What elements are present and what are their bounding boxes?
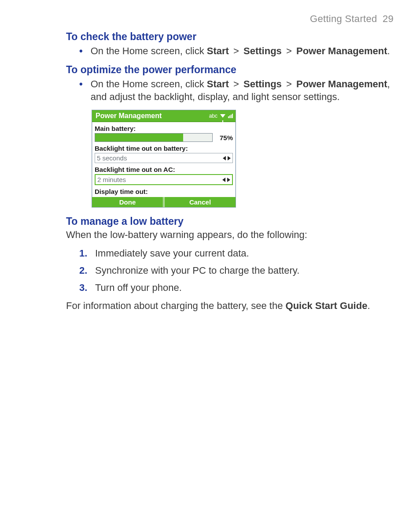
backlight-battery-value: 5 seconds bbox=[97, 154, 127, 162]
bullet-icon: • bbox=[79, 78, 83, 104]
quick-start-guide-ref: Quick Start Guide bbox=[286, 300, 368, 311]
battery-bar-row: 75% bbox=[95, 133, 233, 142]
manage-outro: For information about charging the batte… bbox=[66, 299, 394, 312]
signal-icon bbox=[228, 114, 233, 118]
step-number: 2. bbox=[79, 263, 92, 278]
backlight-ac-label: Backlight time out on AC: bbox=[95, 166, 233, 173]
list-item: 3. Turn off your phone. bbox=[79, 280, 394, 295]
arrow-left-icon[interactable] bbox=[222, 178, 225, 182]
running-header: Getting Started 29 bbox=[66, 13, 394, 25]
bullet-text: On the Home screen, click Start > Settin… bbox=[91, 78, 394, 104]
display-timeout-label: Display time out: bbox=[95, 188, 233, 195]
heading-manage-low-battery: To manage a low battery bbox=[66, 216, 394, 227]
section-name: Getting Started bbox=[310, 13, 377, 24]
page: Getting Started 29 To check the battery … bbox=[0, 0, 420, 517]
backlight-battery-label: Backlight time out on battery: bbox=[95, 145, 233, 152]
bullet-optimize-power: • On the Home screen, click Start > Sett… bbox=[79, 78, 394, 104]
page-number: 29 bbox=[383, 13, 394, 24]
left-right-arrows[interactable] bbox=[222, 178, 230, 182]
bullet-text: On the Home screen, click Start > Settin… bbox=[91, 45, 390, 58]
bullet-check-battery: • On the Home screen, click Start > Sett… bbox=[79, 45, 394, 58]
arrow-left-icon[interactable] bbox=[223, 156, 226, 160]
left-right-arrows[interactable] bbox=[223, 156, 231, 160]
step-text: Synchronize with your PC to charge the b… bbox=[95, 263, 299, 278]
main-battery-label: Main battery: bbox=[95, 125, 233, 132]
input-mode-indicator: abc bbox=[209, 113, 217, 119]
filter-icon bbox=[220, 114, 225, 118]
arrow-right-icon[interactable] bbox=[228, 156, 231, 160]
backlight-ac-value: 2 minutes bbox=[97, 176, 126, 183]
menu-start: Start bbox=[207, 45, 229, 56]
heading-optimize-power: To optimize the power performance bbox=[66, 64, 394, 76]
step-number: 1. bbox=[79, 246, 92, 260]
softkey-done[interactable]: Done bbox=[92, 197, 163, 207]
softkey-cancel[interactable]: Cancel bbox=[165, 197, 236, 207]
manage-steps-list: 1. Immediately save your current data. 2… bbox=[79, 246, 394, 295]
menu-power-management: Power Management bbox=[296, 78, 387, 89]
battery-percent: 75% bbox=[215, 134, 233, 141]
list-item: 2. Synchronize with your PC to charge th… bbox=[79, 263, 394, 278]
step-text: Turn off your phone. bbox=[95, 280, 182, 295]
step-text: Immediately save your current data. bbox=[95, 246, 249, 260]
device-titlebar: Power Management abc bbox=[92, 110, 236, 122]
menu-power-management: Power Management bbox=[296, 45, 387, 56]
backlight-ac-selector[interactable]: 2 minutes bbox=[95, 174, 233, 185]
battery-bar bbox=[95, 133, 213, 142]
heading-check-battery: To check the battery power bbox=[66, 31, 394, 43]
manage-intro: When the low-battery warning appears, do… bbox=[66, 228, 394, 242]
list-item: 1. Immediately save your current data. bbox=[79, 246, 394, 260]
battery-bar-fill bbox=[95, 134, 183, 141]
backlight-battery-selector[interactable]: 5 seconds bbox=[95, 153, 233, 163]
device-body: Main battery: 75% Backlight time out on … bbox=[92, 122, 236, 197]
device-softkeys: Done Cancel bbox=[92, 197, 236, 207]
device-screenshot: Power Management abc Main battery: 75% B… bbox=[92, 110, 236, 208]
menu-settings: Settings bbox=[243, 45, 282, 56]
step-number: 3. bbox=[79, 280, 92, 295]
menu-settings: Settings bbox=[243, 78, 282, 89]
bullet-icon: • bbox=[79, 45, 83, 58]
device-title-text: Power Management bbox=[96, 112, 162, 120]
device-status-icons: abc bbox=[209, 113, 233, 119]
menu-start: Start bbox=[207, 78, 229, 89]
arrow-right-icon[interactable] bbox=[227, 178, 230, 182]
